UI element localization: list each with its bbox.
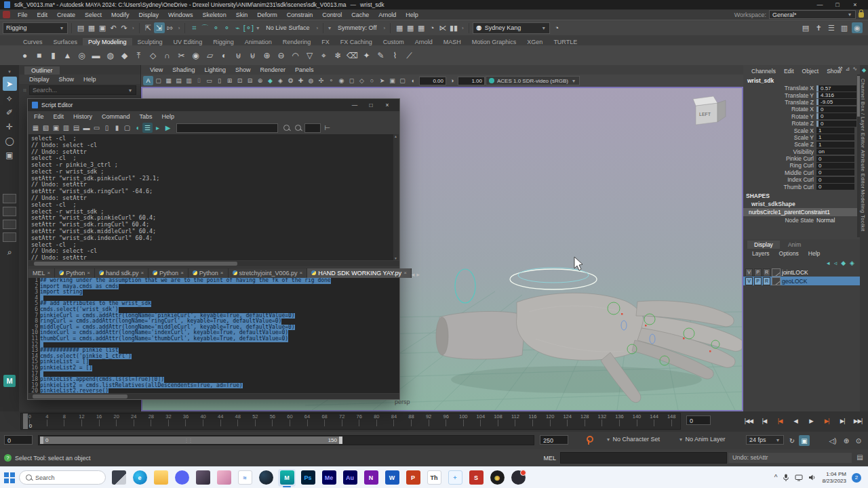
live-surface-indicator[interactable]: No Live Surface (262, 24, 313, 31)
dark-utility-app[interactable]: ◉ (488, 469, 506, 487)
load-script-icon[interactable]: ▦ (31, 123, 41, 133)
open-script-icon[interactable]: ▧ (41, 123, 51, 133)
close-tab-icon[interactable]: × (300, 270, 303, 276)
view-transform-selector[interactable]: ACES 1.0 SDR-video (sRGB)▾ (486, 76, 580, 85)
menu-item[interactable]: Control (317, 12, 347, 18)
open-scene-icon[interactable]: ▦ (86, 22, 97, 33)
combine-icon[interactable]: ⊎ (231, 48, 245, 62)
knife-icon[interactable]: ⟋ (402, 48, 416, 62)
mute-audio-icon[interactable]: ◁) (827, 435, 838, 446)
select-component-icon[interactable]: ⇰ (165, 22, 176, 33)
show-stack-trace-icon[interactable]: ☰ (142, 123, 153, 133)
select-camera-icon[interactable]: A (143, 76, 153, 85)
save-script-icon[interactable]: ▣ (51, 123, 61, 133)
boolean-union-icon[interactable]: ⊕ (260, 48, 274, 62)
isolate-select-icon[interactable]: ◻ (347, 76, 357, 85)
separate-icon[interactable]: ⊌ (245, 48, 260, 62)
move-tool[interactable]: ✛ (3, 119, 17, 134)
sidebar-vertical-tab[interactable]: Attribute Editor (860, 150, 866, 189)
channel-value-field[interactable]: 0 (816, 156, 854, 162)
channel-value-field[interactable]: 0 (816, 163, 854, 169)
workspace-lock-icon[interactable] (859, 12, 864, 18)
disc-primitive-icon[interactable]: ◍ (103, 48, 117, 62)
menu-item[interactable]: Skin (231, 12, 253, 18)
powerpoint[interactable]: P (404, 469, 422, 487)
maximize-button[interactable]: □ (829, 1, 846, 8)
safe-action-icon[interactable]: ⊡ (235, 76, 245, 85)
script-editor-maximize-button[interactable]: □ (363, 102, 379, 108)
script-editor-menu-item[interactable]: File (29, 113, 49, 120)
motion-blur-icon[interactable]: ✣ (316, 76, 326, 85)
camera-attributes-icon[interactable]: ▦ (163, 76, 174, 85)
image-plane-icon[interactable]: ▥ (184, 76, 194, 85)
onenote[interactable]: N (362, 469, 380, 487)
center-pivot-icon[interactable]: ⌖ (317, 48, 331, 62)
display-layer-row[interactable]: V P R geoLOCK (743, 277, 860, 285)
bevel-icon[interactable]: ◇ (146, 48, 160, 62)
audition[interactable]: Au (341, 469, 359, 487)
edge-browser[interactable]: e (131, 469, 149, 487)
node-state-value[interactable]: Normal (816, 217, 835, 224)
word[interactable]: W (383, 469, 401, 487)
code-horizontal-scrollbar[interactable] (28, 394, 399, 399)
sync-status-icon[interactable]: ◔ (551, 22, 562, 33)
photoshop[interactable]: Ps (299, 469, 317, 487)
pencil-curve-icon[interactable]: ✎ (374, 48, 388, 62)
reduce-icon[interactable]: ▽ (302, 48, 317, 62)
render-settings-icon[interactable]: ◔ (427, 22, 437, 33)
close-button[interactable]: × (846, 1, 864, 8)
scale-tool[interactable]: ▣ (3, 148, 17, 162)
bookmark-icon[interactable]: ▤ (174, 76, 184, 85)
script-editor-menu-item[interactable]: Tabs (135, 113, 157, 120)
range-end-handle[interactable] (339, 436, 342, 444)
layout-split-pane-button[interactable] (3, 220, 16, 229)
boolean-difference-icon[interactable]: ⊖ (274, 48, 288, 62)
workspace-selector[interactable]: General*▾ (769, 10, 856, 19)
step-back-frame-button[interactable]: |◀ (757, 414, 772, 427)
start-button[interactable] (4, 472, 15, 483)
snap-point-icon[interactable]: ⚬ (210, 22, 221, 33)
play-backwards-button[interactable]: ◀ (788, 414, 803, 427)
maya[interactable]: M (278, 469, 296, 487)
menu-item[interactable]: Modify (106, 12, 134, 18)
textured-icon[interactable]: ◈ (275, 76, 285, 85)
empty-layer-icon[interactable]: ◆ (841, 260, 846, 266)
outliner-panel-tab[interactable]: Outliner (24, 66, 60, 75)
channel-value-field[interactable]: 1 (816, 142, 854, 148)
zoom-tool[interactable]: ⌕ (3, 245, 17, 259)
depth-of-field-icon[interactable]: ◉ (336, 76, 347, 85)
rotate-tool[interactable]: ◯ (3, 134, 17, 148)
taskbar-clock[interactable]: 1:04 PM8/23/2023 (822, 471, 846, 484)
avatar-app-1[interactable] (194, 469, 212, 487)
snap-view-icon[interactable]: ⌁ (232, 22, 243, 33)
script-tab[interactable]: MEL × (28, 268, 55, 278)
lasso-select-tool[interactable]: ⟡ (3, 91, 17, 105)
clip-studio-app[interactable] (110, 469, 127, 487)
plugin-shapes-icon[interactable]: ▣ (387, 76, 397, 85)
layer-visibility-toggle[interactable]: V (745, 277, 753, 285)
save-script-as-icon[interactable]: ▥ (61, 123, 71, 133)
script-editor-toggle-icon[interactable]: ▤ (854, 453, 865, 463)
layout-single-pane-button[interactable] (3, 194, 16, 203)
menu-item[interactable]: Display (134, 12, 164, 18)
outliner-menu-item[interactable]: Show (54, 76, 79, 83)
lock-camera-icon[interactable]: ▢ (153, 76, 163, 85)
layer-color-swatch[interactable] (772, 268, 781, 277)
snap-projected-icon[interactable]: ⚬ (221, 22, 232, 33)
tooltip-help-icon[interactable]: ▢ (122, 123, 132, 133)
cone-primitive-icon[interactable]: ▲ (60, 48, 75, 62)
waveform-app[interactable]: ≈ (236, 469, 254, 487)
line-numbers-icon[interactable]: ▮ (112, 123, 122, 133)
channel-value-field[interactable]: 0.57 (816, 85, 856, 92)
menu-item[interactable]: Create (52, 12, 80, 18)
channel-label[interactable]: Scale Z (743, 141, 816, 148)
script-editor-menu-item[interactable]: Help (157, 113, 180, 120)
script-tab[interactable]: Python × (189, 268, 229, 278)
channel-label[interactable]: Middle Curl (743, 169, 816, 176)
plane-primitive-icon[interactable]: ▬ (89, 48, 103, 62)
zoom-in-icon[interactable] (293, 123, 303, 133)
capture-tool[interactable]: + (446, 469, 464, 487)
redo-icon[interactable]: ↷ (119, 22, 130, 33)
outliner-search-input[interactable]: Search...▾ (29, 85, 136, 95)
selected-object-name[interactable]: wrist_sdk (743, 76, 860, 85)
